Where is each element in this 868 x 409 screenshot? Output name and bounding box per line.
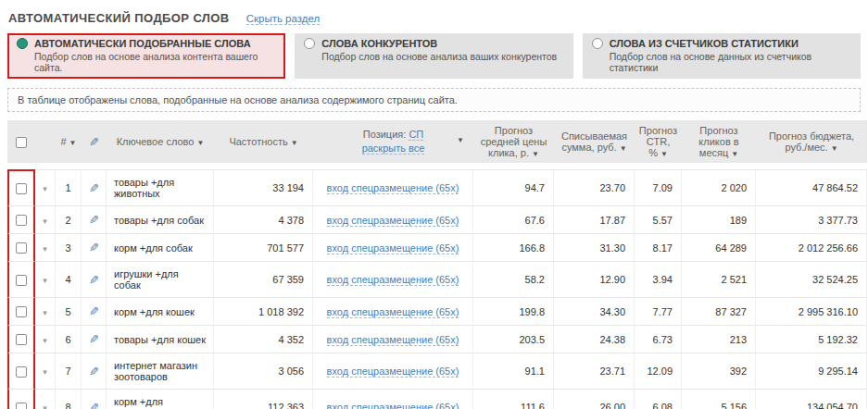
edit-pencil-icon[interactable]: ✎ xyxy=(89,241,99,254)
row-caret-down-icon[interactable]: ▾ xyxy=(43,367,47,377)
row-caret-down-icon[interactable]: ▾ xyxy=(43,184,47,193)
keyword-cell: интернет магазин зоотоваров xyxy=(107,353,214,390)
table-row: ▾ 5 ✎ корм +для кошек 1 018 392 вход спе… xyxy=(7,298,867,326)
edit-pencil-icon[interactable]: ✎ xyxy=(89,332,99,346)
keyword-cell: товары +для кошек xyxy=(107,326,214,353)
sort-desc-icon[interactable]: ▼ xyxy=(660,150,668,158)
sort-desc-icon[interactable]: ▼ xyxy=(532,150,539,158)
radio-unselected-icon[interactable] xyxy=(592,38,603,49)
tab-auto-selected-words[interactable]: АВТОМАТИЧЕСКИ ПОДОБРАННЫЕ СЛОВА Подбор с… xyxy=(7,33,285,79)
position-link[interactable]: вход спецразмещение (65х) xyxy=(327,306,459,318)
row-number: 7 xyxy=(56,353,82,390)
position-sp-link[interactable]: СП xyxy=(409,129,423,141)
tab-competitor-words[interactable]: СЛОВА КОНКУРЕНТОВ Подбор слов на основе … xyxy=(295,33,572,79)
sort-desc-icon[interactable]: ▼ xyxy=(196,139,204,147)
keyword-cell: корм +для животных xyxy=(107,390,214,409)
row-caret-down-icon[interactable]: ▾ xyxy=(43,308,47,317)
sort-desc-icon[interactable]: ▼ xyxy=(69,139,77,147)
row-caret-down-icon[interactable]: ▾ xyxy=(43,244,47,254)
header-budget[interactable]: Прогноз бюджета, руб./мес.▼ xyxy=(756,120,867,169)
clicks-cell: 5 156 xyxy=(682,390,756,409)
charged-sum-cell: 23.71 xyxy=(554,353,635,390)
expand-all-link[interactable]: раскрыть все xyxy=(362,143,425,155)
frequency-cell: 4 378 xyxy=(214,206,313,234)
charged-sum-cell: 23.70 xyxy=(554,169,635,206)
row-checkbox[interactable] xyxy=(16,275,27,286)
table-header: #▼ ✎ Ключевое слово▼ Частотность▼ Позици… xyxy=(7,120,867,169)
row-checkbox[interactable] xyxy=(16,183,27,194)
clicks-cell: 64 289 xyxy=(682,234,756,262)
ctr-cell: 7.77 xyxy=(635,298,682,326)
table-row: ▾ 7 ✎ интернет магазин зоотоваров 3 056 … xyxy=(7,353,867,390)
row-number: 2 xyxy=(56,206,82,234)
section-header: АВТОМАТИЧЕСКИЙ ПОДБОР СЛОВ Скрыть раздел xyxy=(5,5,863,33)
tab-statistics-counter-words[interactable]: СЛОВА ИЗ СЧЕТЧИКОВ СТАТИСТИКИ Подбор сло… xyxy=(583,33,861,79)
sort-desc-icon[interactable]: ▼ xyxy=(291,139,298,147)
radio-selected-icon[interactable] xyxy=(17,38,28,49)
charged-sum-cell: 34.30 xyxy=(554,298,635,326)
clicks-cell: 213 xyxy=(682,326,756,353)
clicks-cell: 392 xyxy=(682,353,756,390)
budget-cell: 2 012 256.66 xyxy=(756,234,867,262)
header-clicks[interactable]: Прогноз кликов в месяц▼ xyxy=(682,120,756,169)
row-checkbox[interactable] xyxy=(16,334,27,345)
tab-label: СЛОВА ИЗ СЧЕТЧИКОВ СТАТИСТИКИ xyxy=(610,38,799,49)
table-row: ▾ 2 ✎ товары +для собак 4 378 вход спецр… xyxy=(7,206,867,234)
charged-sum-cell: 12.90 xyxy=(554,262,635,298)
edit-pencil-icon[interactable]: ✎ xyxy=(89,181,99,195)
select-all-checkbox[interactable] xyxy=(16,137,27,148)
sort-desc-icon[interactable]: ▼ xyxy=(457,133,464,147)
row-checkbox[interactable] xyxy=(16,215,27,226)
sort-desc-icon[interactable]: ▼ xyxy=(831,144,838,153)
ctr-cell: 8.17 xyxy=(635,234,682,262)
frequency-cell: 1 018 392 xyxy=(214,298,313,326)
position-link[interactable]: вход спецразмещение (65х) xyxy=(327,366,459,378)
header-ctr[interactable]: Прогноз CTR, %▼ xyxy=(635,120,682,169)
edit-pencil-icon[interactable]: ✎ xyxy=(89,304,99,318)
position-link[interactable]: вход спецразмещение (65х) xyxy=(327,182,459,194)
charged-sum-cell: 24.38 xyxy=(554,326,635,353)
edit-pencil-icon[interactable]: ✎ xyxy=(89,273,99,287)
avg-click-price-cell: 67.6 xyxy=(473,206,554,234)
header-frequency[interactable]: Частотность▼ xyxy=(214,120,313,169)
radio-unselected-icon[interactable] xyxy=(304,38,315,49)
clicks-cell: 2 020 xyxy=(682,169,756,206)
edit-pencil-icon[interactable]: ✎ xyxy=(89,213,99,227)
frequency-cell: 4 352 xyxy=(214,326,313,353)
keyword-cell: товары +для собак xyxy=(107,206,214,234)
table-row: ▾ 6 ✎ товары +для кошек 4 352 вход спецр… xyxy=(7,326,867,353)
word-source-tabs: АВТОМАТИЧЕСКИ ПОДОБРАННЫЕ СЛОВА Подбор с… xyxy=(5,33,863,79)
sort-desc-icon[interactable]: ▼ xyxy=(620,144,627,153)
edit-pencil-icon[interactable]: ✎ xyxy=(89,365,99,378)
row-caret-down-icon[interactable]: ▾ xyxy=(43,336,47,345)
keyword-cell: корм +для кошек xyxy=(107,298,214,326)
budget-cell: 9 295.14 xyxy=(756,353,867,390)
row-checkbox[interactable] xyxy=(16,242,27,254)
hide-section-link[interactable]: Скрыть раздел xyxy=(246,13,321,25)
position-link[interactable]: вход спецразмещение (65х) xyxy=(327,334,459,346)
header-charged-sum[interactable]: Списываемая сумма, руб.▼ xyxy=(554,120,635,169)
row-checkbox[interactable] xyxy=(16,366,27,378)
row-caret-down-icon[interactable]: ▾ xyxy=(43,217,47,226)
position-link[interactable]: вход спецразмещение (65х) xyxy=(327,274,459,286)
budget-cell: 134 054.70 xyxy=(756,390,867,409)
row-caret-down-icon[interactable]: ▾ xyxy=(43,403,47,409)
position-link[interactable]: вход спецразмещение (65х) xyxy=(327,242,459,254)
row-checkbox[interactable] xyxy=(16,306,27,317)
frequency-cell: 3 056 xyxy=(214,353,313,390)
position-link[interactable]: вход спецразмещение (65х) xyxy=(327,215,459,227)
sort-desc-icon[interactable]: ▼ xyxy=(731,150,738,158)
table-row: ▾ 3 ✎ корм +для собак 701 577 вход спецр… xyxy=(7,234,867,262)
row-checkbox[interactable] xyxy=(16,403,27,409)
position-link[interactable]: вход спецразмещение (65х) xyxy=(327,402,459,409)
ctr-cell: 6.08 xyxy=(635,390,682,409)
header-num[interactable]: #▼ xyxy=(56,120,82,169)
table-row: ▾ 8 ✎ корм +для животных 112 363 вход сп… xyxy=(7,390,867,409)
ctr-cell: 3.94 xyxy=(635,262,682,298)
frequency-cell: 112 363 xyxy=(214,390,313,409)
budget-cell: 2 995 316.10 xyxy=(756,298,867,326)
edit-pencil-icon[interactable]: ✎ xyxy=(89,401,99,409)
header-keyword[interactable]: Ключевое слово▼ xyxy=(107,120,214,169)
header-avg-click-price[interactable]: Прогноз средней цены клика, р.▼ xyxy=(473,120,554,169)
row-caret-down-icon[interactable]: ▾ xyxy=(43,276,47,285)
